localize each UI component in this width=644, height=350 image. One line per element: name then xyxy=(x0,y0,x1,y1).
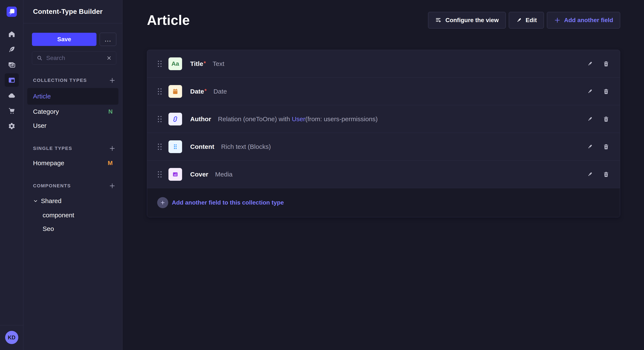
component-group-shared[interactable]: Shared xyxy=(27,193,118,208)
nav-icon-list xyxy=(5,27,19,133)
field-name: Title* xyxy=(190,60,206,67)
table-row: Content Rich text (Blocks) xyxy=(147,133,620,161)
fields-table: Aa Title* Text Date* Date xyxy=(147,50,620,217)
relation-target-link[interactable]: User xyxy=(292,116,305,123)
chevron-down-icon xyxy=(33,198,38,203)
plus-circle-icon xyxy=(157,197,168,208)
search-box xyxy=(32,51,116,65)
navbar-footer: KD xyxy=(0,325,23,350)
sidebar-item-component[interactable]: component xyxy=(27,208,118,222)
table-row: Author Relation (oneToOne) with User(fro… xyxy=(147,105,620,133)
content-type-builder-sidebar: Content-Type Builder Save ... COLLECTION… xyxy=(24,0,122,350)
sidebar-item-seo[interactable]: Seo xyxy=(27,222,118,236)
save-button[interactable]: Save xyxy=(32,33,96,46)
sidebar-item-article[interactable]: Article xyxy=(27,88,118,105)
field-type: Media xyxy=(215,171,232,178)
delete-field-icon[interactable] xyxy=(603,171,609,177)
sidebar-item-label: Seo xyxy=(42,225,54,232)
drag-handle-icon[interactable] xyxy=(157,60,162,68)
edit-field-icon[interactable] xyxy=(587,88,593,95)
table-row: Cover Media xyxy=(147,161,620,188)
content-type-builder-icon[interactable] xyxy=(5,73,19,87)
configure-view-button[interactable]: Configure the view xyxy=(428,12,506,28)
settings-gear-icon[interactable] xyxy=(5,119,19,133)
edit-pencil-icon xyxy=(516,17,522,23)
section-collection-types: COLLECTION TYPES Article Category N User xyxy=(27,77,118,133)
drag-handle-icon[interactable] xyxy=(157,115,162,123)
drag-handle-icon[interactable] xyxy=(157,88,162,95)
delete-field-icon[interactable] xyxy=(603,144,609,150)
main-navbar: KD xyxy=(0,0,24,350)
edit-field-icon[interactable] xyxy=(587,116,593,122)
table-row: Aa Title* Text xyxy=(147,50,620,78)
field-type: Text xyxy=(212,60,224,67)
more-options-button[interactable]: ... xyxy=(100,33,116,46)
strapi-logo[interactable] xyxy=(6,6,17,17)
field-name: Cover xyxy=(190,171,208,178)
add-collection-type-icon[interactable] xyxy=(109,77,116,84)
sidebar-item-label: Article xyxy=(33,93,51,100)
section-components: COMPONENTS Shared component xyxy=(27,182,118,236)
delete-field-icon[interactable] xyxy=(603,88,609,95)
add-field-footer-link[interactable]: Add another field to this collection typ… xyxy=(147,188,620,217)
content-type-title: Article xyxy=(147,12,190,28)
add-component-icon[interactable] xyxy=(109,182,116,189)
status-badge: N xyxy=(108,108,113,115)
edit-field-icon[interactable] xyxy=(587,171,593,177)
search-icon xyxy=(36,55,43,61)
section-single-types: SINGLE TYPES Homepage M xyxy=(27,145,118,170)
blocks-field-icon xyxy=(168,140,182,153)
sidebar-item-label: Homepage xyxy=(33,160,64,167)
status-badge: M xyxy=(108,160,113,167)
sidebar-item-homepage[interactable]: Homepage M xyxy=(27,156,118,170)
add-field-footer-label: Add another field to this collection typ… xyxy=(172,199,284,206)
media-field-icon xyxy=(168,168,182,181)
main-content: Article Configure the view Edit Add anot… xyxy=(122,0,644,350)
page-title: Content-Type Builder xyxy=(24,0,122,23)
group-label: Shared xyxy=(41,197,62,204)
date-field-icon xyxy=(168,85,182,98)
field-name: Content xyxy=(190,143,214,150)
search-input[interactable] xyxy=(46,55,103,61)
search-clear-icon[interactable] xyxy=(106,55,112,61)
field-type: Date xyxy=(214,88,227,95)
edit-field-icon[interactable] xyxy=(587,144,593,150)
delete-field-icon[interactable] xyxy=(603,116,609,122)
sidebar-item-user[interactable]: User xyxy=(27,119,118,133)
add-another-field-button[interactable]: Add another field xyxy=(547,12,620,28)
sidebar-item-label: component xyxy=(42,212,74,219)
table-row: Date* Date xyxy=(147,78,620,105)
section-label: SINGLE TYPES xyxy=(33,146,72,151)
edit-button[interactable]: Edit xyxy=(509,12,544,28)
configure-view-icon xyxy=(435,17,442,24)
section-label: COLLECTION TYPES xyxy=(33,78,87,83)
avatar[interactable]: KD xyxy=(5,331,18,344)
text-field-icon: Aa xyxy=(168,57,182,70)
sidebar-item-label: Category xyxy=(33,108,59,115)
section-label: COMPONENTS xyxy=(33,183,71,189)
field-type: Relation (oneToOne) with User(from: user… xyxy=(218,116,378,123)
plus-icon xyxy=(554,17,561,24)
edit-field-icon[interactable] xyxy=(587,61,593,67)
drag-handle-icon[interactable] xyxy=(157,171,162,178)
content-manager-icon[interactable] xyxy=(5,43,19,56)
sidebar-item-category[interactable]: Category N xyxy=(27,105,118,119)
strapi-logo-icon xyxy=(7,7,16,16)
field-type: Rich text (Blocks) xyxy=(221,143,271,150)
field-name: Author xyxy=(190,116,211,123)
relation-field-icon xyxy=(168,113,182,126)
add-single-type-icon[interactable] xyxy=(109,145,116,152)
deploy-cloud-icon[interactable] xyxy=(5,89,19,102)
media-library-icon[interactable] xyxy=(5,58,19,71)
home-icon[interactable] xyxy=(5,27,19,41)
drag-handle-icon[interactable] xyxy=(157,143,162,151)
field-name: Date* xyxy=(190,88,206,95)
sidebar-item-label: User xyxy=(33,122,46,129)
delete-field-icon[interactable] xyxy=(603,61,609,67)
marketplace-cart-icon[interactable] xyxy=(5,104,19,117)
